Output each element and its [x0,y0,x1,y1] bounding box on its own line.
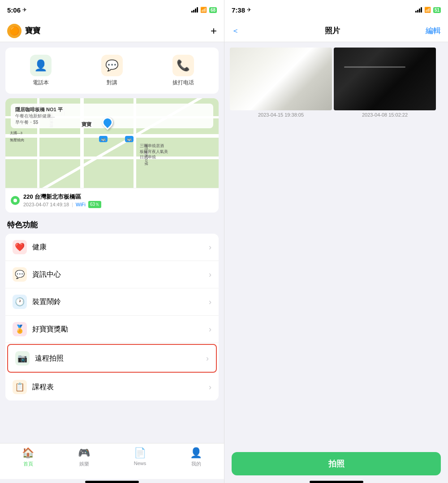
nav-games-label: 娛樂 [79,461,89,467]
camera-icon: 📷 [15,351,30,366]
feature-info[interactable]: 💬 資訊中心 [5,261,219,288]
reward-arrow [209,325,211,334]
location-address: 220 台灣新北市板橋區 [23,193,213,201]
nav-home-label: 首頁 [23,461,33,467]
right-status-icons: 📶 51 [415,7,441,13]
contacts-label: 電話本 [33,79,49,87]
info-label: 資訊中心 [32,270,209,279]
add-button[interactable]: + [211,25,217,37]
right-location-icon: ✈ [247,7,251,13]
location-dot-icon [11,196,20,205]
location-meta: 2023-04-07 14:49:18 | WiFi 63％ [23,201,213,208]
left-signal [191,7,198,13]
edit-button[interactable]: 編輯 [426,26,441,36]
left-header: 🟠 寶寶 + [0,20,224,42]
info-arrow [209,270,211,279]
feature-list: ❤️ 健康 💬 資訊中心 🕐 裝置鬧鈴 🏅 好寶寶獎勵 [5,234,219,400]
contacts-action[interactable]: 👤 電話本 [30,55,52,87]
feature-camera[interactable]: 📷 遠程拍照 [7,344,217,373]
right-status-bar: 7:38 ✈ 📶 51 [224,0,448,20]
games-icon: 🎮 [78,447,90,459]
photo-grid: 2023-04-15 19:38:05 2023-04-08 15:02:22 [224,42,448,123]
nav-profile-label: 我的 [191,461,201,467]
photo-thumbnail-2 [334,48,436,110]
walkie-icon: 💬 [101,55,123,76]
location-info: 220 台灣新北市板橋區 2023-04-07 14:49:18 | WiFi … [23,193,213,208]
photo-thumbnail-1 [230,48,332,110]
alarm-label: 裝置鬧鈴 [32,297,209,307]
left-header-title: 🟠 寶寶 [7,24,40,38]
restaurant-label: 三颯串燒居酒板橋宵夜人氣美日式串燒 [140,143,168,160]
reward-label: 好寶寶獎勵 [32,325,209,334]
alarm-arrow [209,297,211,307]
walkie-label: 對講 [107,79,117,87]
right-panel: 7:38 ✈ 📶 51 ＜ 照片 編輯 202 [224,0,448,483]
contacts-icon: 👤 [30,55,52,76]
left-panel: 5:06 ✈ 📶 68 🟠 寶寶 + 👤 電話本 [0,0,224,483]
health-arrow [209,243,211,252]
right-wifi-icon: 📶 [424,7,431,13]
right-time: 7:38 [232,6,245,14]
quick-actions: 👤 電話本 💬 對講 📞 拔打电话 [5,48,219,94]
feature-health[interactable]: ❤️ 健康 [5,234,219,261]
schedule-label: 課程表 [32,383,209,392]
location-battery: 63％ [88,201,101,208]
health-icon: ❤️ [13,240,27,254]
map-section: 漢生東路 漢生東路33號 太國---3 無壓燒肉 🍴 🍴 隱居咖啡板橋 NO1 … [5,98,219,213]
left-status-icons: 📶 68 [191,7,217,13]
nav-news[interactable]: 📄 News [112,447,168,466]
avatar: 🟠 [7,24,22,38]
camera-label: 遠程拍照 [35,354,206,363]
photo-date-2: 2023-04-08 15:02:22 [334,112,436,117]
feature-alarm[interactable]: 🕐 裝置鬧鈴 [5,288,219,316]
map-view[interactable]: 漢生東路 漢生東路33號 太國---3 無壓燒肉 🍴 🍴 隱居咖啡板橋 NO1 … [5,98,219,188]
road-label-3: 太國---3 [10,131,22,135]
walkie-action[interactable]: 💬 對講 [101,55,123,87]
bus-badge-2: 🚌 [125,136,134,142]
right-signal [415,7,422,13]
nav-news-label: News [134,461,146,466]
location-wifi: WiFi [76,202,86,207]
page-title: 照片 [325,26,340,36]
features-title: 特色功能 [0,213,224,234]
call-icon: 📞 [172,55,194,76]
left-scroll: 👤 電話本 💬 對講 📞 拔打电话 [0,42,224,443]
left-status-bar: 5:06 ✈ 📶 68 [0,0,224,20]
map-baobao-label: 寶寶 [80,121,93,128]
right-header: ＜ 照片 編輯 [224,20,448,42]
take-photo-button[interactable]: 拍照 [232,452,441,475]
take-photo-label: 拍照 [328,458,345,469]
left-location-icon: ✈ [22,7,27,13]
nav-home[interactable]: 🏠 首頁 [0,447,56,467]
left-time: 5:06 [7,6,21,14]
call-action[interactable]: 📞 拔打电话 [172,55,194,87]
header-username: 寶寶 [25,26,40,36]
reward-icon: 🏅 [13,322,27,336]
right-battery-badge: 51 [433,7,441,13]
left-battery-badge: 68 [209,7,217,13]
photo-item-2[interactable]: 2023-04-08 15:02:22 [334,48,436,117]
info-icon: 💬 [13,267,27,282]
photo-item-1[interactable]: 2023-04-15 19:38:05 [230,48,332,117]
location-timestamp: 2023-04-07 14:49:18 [23,202,69,207]
left-wifi-icon: 📶 [200,7,207,13]
call-label: 拔打电话 [172,79,194,87]
nav-profile[interactable]: 👤 我的 [168,447,224,467]
bottom-nav: 🏠 首頁 🎮 娛樂 📄 News 👤 我的 [0,443,224,479]
road-label-4: 無壓燒肉 [10,138,24,143]
camera-arrow [206,354,209,363]
schedule-arrow [209,383,211,392]
feature-schedule[interactable]: 📋 課程表 [5,374,219,400]
home-indicator-right [310,481,363,483]
profile-icon: 👤 [190,447,202,459]
take-photo-area: 拍照 [224,445,448,479]
back-button[interactable]: ＜ [232,26,239,36]
alarm-icon: 🕐 [13,295,27,309]
feature-reward[interactable]: 🏅 好寶寶獎勵 [5,316,219,343]
news-icon: 📄 [134,447,146,459]
nav-games[interactable]: 🎮 娛樂 [56,447,112,467]
right-scroll: 2023-04-15 19:38:05 2023-04-08 15:02:22 [224,42,448,244]
health-label: 健康 [32,243,209,252]
bus-badge-1: 🚌 [99,136,108,142]
location-bar: 220 台灣新北市板橋區 2023-04-07 14:49:18 | WiFi … [5,188,219,213]
